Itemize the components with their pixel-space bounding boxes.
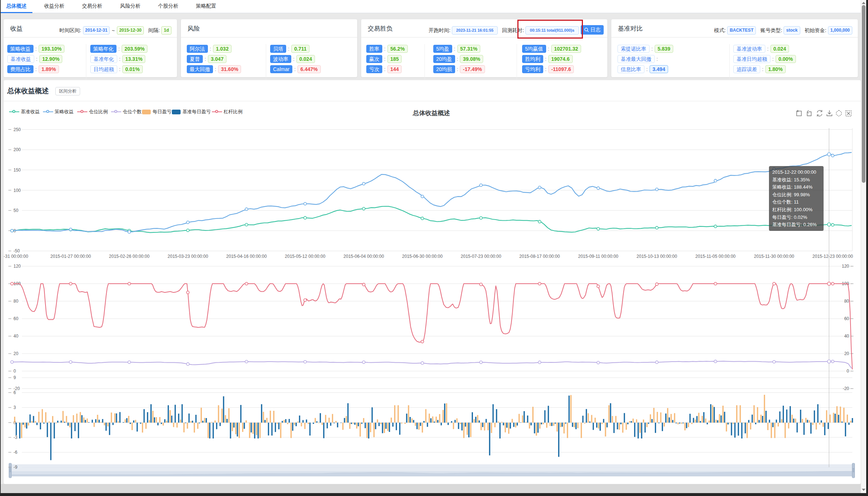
svg-text:2015-11-30 00:00:00: 2015-11-30 00:00:00: [754, 254, 794, 259]
svg-text:-9: -9: [13, 465, 17, 470]
svg-text:80: 80: [13, 299, 19, 304]
svg-text:20: 20: [844, 351, 849, 356]
svg-text:60: 60: [13, 316, 19, 321]
svg-text:2015-11-05 00:00:00: 2015-11-05 00:00:00: [695, 254, 736, 259]
svg-text:0: 0: [13, 369, 16, 374]
svg-text:40: 40: [844, 334, 849, 339]
svg-text:120: 120: [842, 264, 849, 269]
svg-text:0: 0: [847, 369, 849, 374]
svg-text:100: 100: [13, 188, 21, 193]
svg-text:-50: -50: [13, 248, 20, 253]
svg-text:2015-06-04 00:00:00: 2015-06-04 00:00:00: [343, 254, 384, 259]
svg-text:150: 150: [13, 168, 21, 173]
svg-text:2015-07-23 00:00:00: 2015-07-23 00:00:00: [461, 254, 501, 259]
svg-text:-20: -20: [843, 386, 849, 391]
svg-text:9: 9: [13, 375, 16, 380]
svg-text:60: 60: [844, 316, 849, 321]
svg-text:-3: -3: [13, 435, 17, 440]
svg-text:120: 120: [13, 264, 21, 269]
svg-text:6: 6: [13, 390, 16, 395]
svg-text:2015-06-30 00:00:00: 2015-06-30 00:00:00: [402, 254, 443, 259]
svg-text:2015-03-23 00:00:00: 2015-03-23 00:00:00: [167, 254, 208, 259]
svg-text:2015-05-12 00:00:00: 2015-05-12 00:00:00: [285, 254, 326, 259]
svg-text:2015-04-16 00:00:00: 2015-04-16 00:00:00: [226, 254, 267, 259]
svg-text:2015-10-13 00:00:00: 2015-10-13 00:00:00: [636, 254, 677, 259]
svg-text:50: 50: [13, 208, 19, 213]
svg-text:200: 200: [13, 147, 21, 152]
svg-text:20: 20: [13, 351, 19, 356]
svg-text:250: 250: [13, 127, 21, 132]
svg-text:3: 3: [13, 405, 16, 410]
svg-text:2015-09-11 00:00:00: 2015-09-11 00:00:00: [578, 254, 619, 259]
svg-text:80: 80: [844, 299, 849, 304]
svg-text:-31 00:00:00: -31 00:00:00: [4, 254, 28, 259]
svg-text:2015-02-26 00:00:00: 2015-02-26 00:00:00: [109, 254, 150, 259]
svg-text:-6: -6: [13, 450, 17, 455]
svg-text:2015-01-27 00:00:00: 2015-01-27 00:00:00: [50, 254, 91, 259]
svg-text:2015-12-23 00:00:00: 2015-12-23 00:00:00: [812, 254, 853, 259]
svg-text:2015-08-17 00:00:00: 2015-08-17 00:00:00: [519, 254, 560, 259]
svg-text:40: 40: [13, 334, 19, 339]
